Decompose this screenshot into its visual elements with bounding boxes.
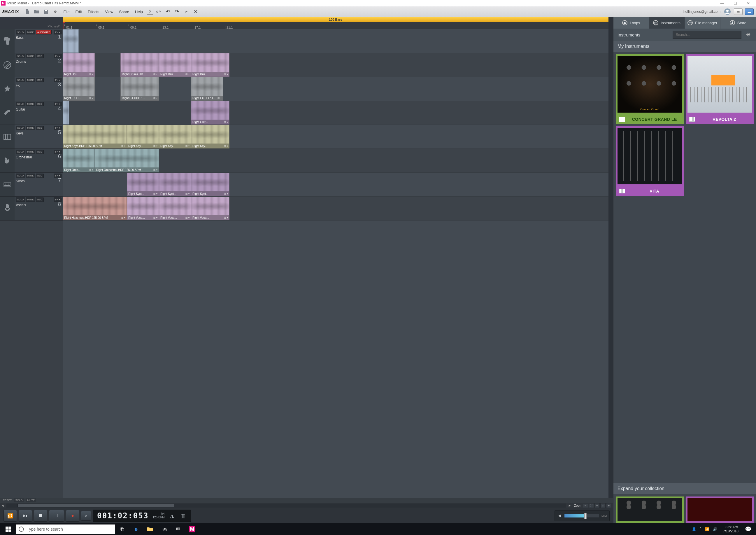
track-mute-button[interactable]: MUTE (26, 54, 35, 58)
tab-filemgr[interactable]: 🗀File manager (685, 17, 720, 29)
track-mute-button[interactable]: MUTE (26, 150, 35, 154)
menu-view[interactable]: View (102, 10, 116, 14)
track-mute-button[interactable]: MUTE (26, 102, 35, 106)
open-folder-icon[interactable] (33, 8, 41, 16)
hscroll-left-arrow[interactable]: ◄ (0, 504, 5, 507)
audio-clip[interactable]: Right FX.H...▥ ▾ (63, 77, 95, 100)
tray-expand-icon[interactable]: ˄ (700, 527, 701, 531)
menu-share[interactable]: Share (116, 10, 132, 14)
start-button[interactable] (1, 523, 15, 535)
audio-clip[interactable]: Right Voca...▥ ▾ (159, 197, 191, 220)
stop-button[interactable]: ⏹ (34, 510, 47, 521)
track-solo-button[interactable]: SOLO (16, 102, 25, 106)
track-solo-button[interactable]: SOLO (16, 197, 25, 202)
timeline-ruler[interactable]: 100 Bars ¦ 01:1¦ 05:1¦ 09:1¦ 13:1¦ 17:1¦… (63, 17, 608, 29)
count-in-icon[interactable]: ▥ (179, 513, 187, 519)
audio-clip[interactable]: Right Voca...▥ ▾ (191, 197, 230, 220)
system-tray[interactable]: 👤 ˄ 📶 🔊 (689, 527, 720, 531)
hscroll-thumb[interactable] (17, 504, 174, 507)
instrument-card-vita[interactable]: VITA (616, 126, 684, 196)
instrument-card-revolta-2[interactable]: REVOLTA 2 (686, 54, 754, 124)
zoom-in-v-button[interactable]: ↕ (600, 503, 606, 508)
audio-clip[interactable]: Right Orchestral.HDP 125.00 BPM▥ ▾ (95, 149, 159, 172)
audio-clip[interactable]: Right Dru...▥ ▾ (63, 53, 95, 77)
track-name-label[interactable]: Synth (16, 179, 62, 183)
track-rec-button[interactable]: REC (36, 197, 44, 202)
clip-row[interactable]: Right Dru...▥ ▾Right Drums.HD...▥ ▾Right… (63, 53, 608, 77)
track-name-label[interactable]: Fx (16, 83, 62, 88)
track-header-synth[interactable]: SOLO MUTE REC FX ▾ Synth 7 (0, 173, 63, 197)
task-view-icon[interactable]: ⧉ (116, 523, 129, 535)
audio-clip[interactable]: Right Key...▥ ▾ (159, 125, 191, 149)
track-instrument-icon[interactable] (0, 53, 14, 77)
audio-clip[interactable]: Right Key...▥ ▾ (127, 125, 159, 149)
undo-icon[interactable]: ↶ (164, 8, 172, 16)
mail-app-icon[interactable]: ✉ (172, 523, 185, 535)
track-solo-button[interactable]: SOLO (16, 54, 25, 58)
tab-loops[interactable]: ◆Loops (613, 17, 649, 29)
menu-effects[interactable]: Effects (85, 10, 102, 14)
audio-clip[interactable]: Right Drums.HD...▥ ▾ (121, 53, 159, 77)
search-input[interactable] (673, 31, 742, 39)
record-button[interactable]: ● (66, 510, 79, 521)
menu-file[interactable]: File (61, 10, 72, 14)
bars-range-ribbon[interactable]: 100 Bars (63, 17, 608, 22)
audio-clip[interactable]: Right Voca...▥ ▾ (127, 197, 159, 220)
people-icon[interactable]: 👤 (692, 527, 696, 531)
account-email[interactable]: hollin.jones@gmail.com (684, 10, 720, 14)
help-info-icon[interactable]: ?ⁱ (147, 9, 153, 14)
clip-row[interactable]: Right Guit...▥ ▾ (63, 101, 608, 125)
track-instrument-icon[interactable] (0, 101, 14, 125)
audio-clip[interactable] (63, 101, 69, 125)
transport-settings-button[interactable]: ✳ (81, 511, 91, 521)
skip-back-button[interactable]: ⏮ (19, 510, 32, 521)
audio-clip[interactable] (63, 29, 79, 53)
save-icon[interactable] (42, 8, 50, 16)
metronome-icon[interactable]: ◮ (169, 513, 175, 519)
time-signature[interactable]: 4/4 (161, 512, 165, 516)
expand-card[interactable] (616, 496, 684, 523)
audio-clip[interactable]: Right Hats_ogg.HDP 125.00 BPM▥ ▾ (63, 197, 127, 220)
track-mute-button[interactable]: MUTE (26, 174, 35, 178)
track-mute-button[interactable]: MUTE (26, 30, 35, 34)
bpm-value[interactable]: 125 BPM (153, 516, 165, 519)
new-file-icon[interactable] (23, 8, 32, 16)
settings-gear-icon[interactable]: ⚙ (51, 8, 60, 16)
tab-instruments[interactable]: ◎Instruments (649, 17, 685, 29)
playhead-cursor[interactable] (64, 22, 64, 29)
clip-row[interactable]: Right Synt...▥ ▾Right Synt...▥ ▾Right Sy… (63, 173, 608, 197)
loop-button[interactable]: 🔁 (4, 510, 17, 521)
taskbar-search[interactable]: Type here to search (16, 524, 115, 534)
track-mute-button[interactable]: MUTE (26, 78, 35, 82)
track-rec-button[interactable]: REC (36, 174, 44, 178)
volume-icon[interactable]: 🔊 (713, 527, 717, 531)
loop-toggle-icon[interactable]: ↩ (154, 8, 163, 16)
track-header-vocals[interactable]: SOLO MUTE REC FX ▾ Vocals 8 (0, 197, 63, 220)
clip-row[interactable] (63, 29, 608, 53)
track-instrument-icon[interactable] (0, 149, 14, 172)
audio-clip[interactable]: Right Synt...▥ ▾ (127, 173, 159, 196)
audio-clip[interactable]: Right Guit...▥ ▾ (191, 101, 230, 125)
audio-clip[interactable]: Right FX.HDP 1...▥ ▾ (191, 77, 223, 100)
window-maximize-button[interactable]: ▢ (729, 0, 742, 6)
taskbar-clock[interactable]: 3:58 PM 7/18/2018 (721, 525, 741, 533)
track-instrument-icon[interactable] (0, 125, 14, 149)
track-solo-button[interactable]: SOLO (16, 78, 25, 82)
zoom-fit-button[interactable]: ⛶ (589, 503, 594, 508)
window-close-button[interactable]: ✕ (742, 0, 755, 6)
track-header-orchestral[interactable]: SOLO MUTE REC FX ▾ Orchestral 6 (0, 149, 63, 173)
clip-row[interactable]: Right Hats_ogg.HDP 125.00 BPM▥ ▾Right Vo… (63, 197, 608, 220)
audio-clip[interactable]: Right Synt...▥ ▾ (191, 173, 230, 196)
audio-clip[interactable]: Right Dru...▥ ▾ (191, 53, 230, 77)
track-rec-button[interactable]: REC (36, 102, 44, 106)
reset-mute-button[interactable]: MUTE (26, 498, 37, 502)
view-mode-full-button[interactable]: ▬ (745, 9, 754, 15)
hscroll-right-arrow[interactable]: ► (567, 504, 572, 507)
file-explorer-icon[interactable] (144, 523, 157, 535)
network-icon[interactable]: 📶 (705, 527, 709, 531)
zoom-out-button[interactable]: − (583, 503, 588, 508)
volume-slider[interactable] (564, 514, 599, 518)
track-solo-button[interactable]: SOLO (16, 30, 25, 34)
track-name-label[interactable]: Keys (16, 131, 62, 135)
track-name-label[interactable]: Bass (16, 36, 62, 40)
